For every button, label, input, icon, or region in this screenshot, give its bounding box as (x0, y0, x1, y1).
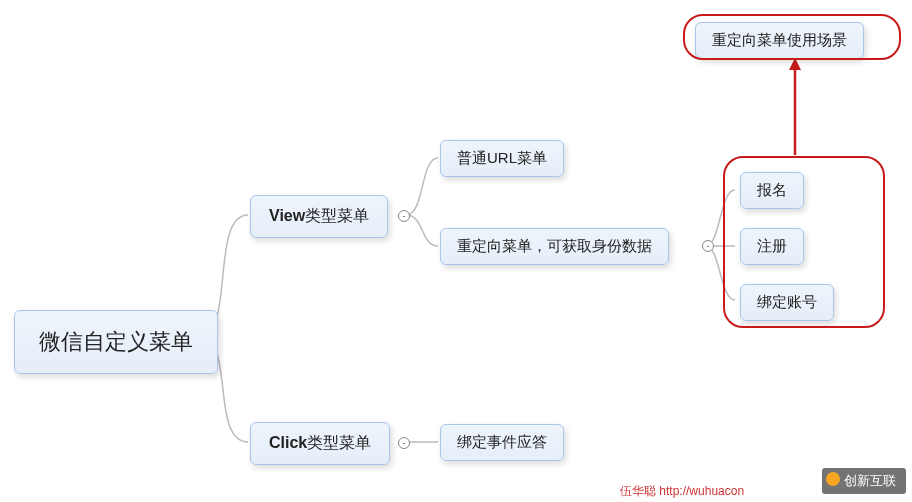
footer-url: http://wuhuacon (659, 484, 744, 498)
root-label: 微信自定义菜单 (39, 329, 193, 354)
click-suffix: 类型菜单 (307, 434, 371, 451)
node-normal-url[interactable]: 普通URL菜单 (440, 140, 564, 177)
redirect-label: 重定向菜单，可获取身份数据 (457, 237, 652, 254)
bind-event-label: 绑定事件应答 (457, 433, 547, 450)
collapse-toggle-redirect[interactable]: - (702, 240, 714, 252)
view-suffix: 类型菜单 (305, 207, 369, 224)
annotation-group-outline (723, 156, 885, 328)
footer-credit: 伍华聪 http://wuhuacon (620, 483, 744, 500)
click-prefix: Click (269, 434, 307, 451)
node-bind-event[interactable]: 绑定事件应答 (440, 424, 564, 461)
watermark-text: 创新互联 (844, 473, 896, 488)
collapse-toggle-click[interactable]: - (398, 437, 410, 449)
node-click-type[interactable]: Click类型菜单 (250, 422, 390, 465)
node-redirect-menu[interactable]: 重定向菜单，可获取身份数据 (440, 228, 669, 265)
node-view-type[interactable]: View类型菜单 (250, 195, 388, 238)
watermark-badge: 创新互联 (822, 468, 906, 494)
footer-author: 伍华聪 (620, 484, 656, 498)
view-prefix: View (269, 207, 305, 224)
collapse-toggle-view[interactable]: - (398, 210, 410, 222)
normal-url-label: 普通URL菜单 (457, 149, 547, 166)
annotation-title-outline (683, 14, 901, 60)
mindmap-root-node[interactable]: 微信自定义菜单 (14, 310, 218, 374)
